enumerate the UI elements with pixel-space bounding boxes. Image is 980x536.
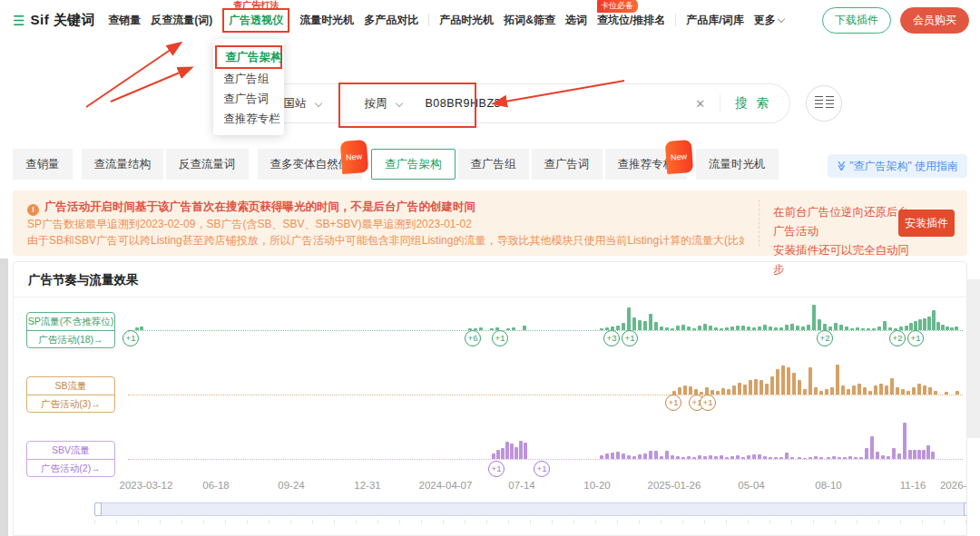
campaign-add-marker[interactable]: +1	[665, 395, 681, 411]
plugin-promo-line: 在前台广告位逆向还原后台广告活动	[773, 203, 918, 241]
nav-item[interactable]: 多产品对比	[364, 13, 418, 28]
campaign-add-marker[interactable]: +1	[488, 461, 505, 477]
traffic-bar	[681, 325, 685, 330]
traffic-bar	[747, 455, 750, 459]
traffic-bar	[501, 448, 505, 459]
traffic-bar	[611, 453, 614, 459]
search-button[interactable]: 搜 索	[735, 95, 771, 112]
traffic-bar	[687, 326, 691, 330]
dropdown-item[interactable]: 查广告组	[213, 69, 284, 89]
campaign-add-marker[interactable]: +6	[465, 330, 481, 346]
series-label-box: SB流量广告活动(3)→	[26, 376, 115, 413]
nav-item[interactable]: 拓词&筛查	[504, 13, 555, 28]
campaign-count-link[interactable]: 广告活动(3)→	[27, 395, 114, 412]
traffic-bar	[843, 457, 847, 459]
time-range-slider[interactable]	[94, 502, 967, 516]
tab[interactable]: 查销量	[13, 149, 73, 180]
nav-item-label: 流量时光机	[299, 14, 354, 26]
tab[interactable]: 查广告架构	[371, 149, 456, 180]
traffic-bar	[732, 385, 736, 395]
slider-handle-right[interactable]	[964, 502, 967, 516]
nav-item[interactable]: 查坑位/推排名卡位必备	[597, 13, 665, 28]
tab[interactable]: 查广告词	[532, 149, 603, 180]
nav-item[interactable]: 广告透视仪查广告打法查广告架构查广告组查广告词查推荐专栏	[222, 8, 289, 33]
traffic-bar	[897, 453, 901, 459]
campaign-count-link[interactable]: 广告活动(18)→	[27, 330, 114, 347]
campaign-add-marker[interactable]: +1	[907, 330, 924, 346]
campaign-add-marker[interactable]: +2	[889, 330, 906, 346]
tab[interactable]: 查流量结构	[82, 149, 164, 180]
notice-banner: !广告活动开启时间基于该广告首次在搜索页获得曝光的时间，不是后台广告的创建时间 …	[13, 190, 967, 256]
series-name: SB流量	[27, 377, 114, 395]
traffic-bar	[692, 328, 696, 330]
slider-ticks	[94, 520, 967, 524]
traffic-bar	[850, 328, 854, 330]
traffic-bar	[774, 457, 778, 459]
traffic-bar	[643, 321, 647, 330]
campaign-add-marker[interactable]: +2	[817, 330, 833, 346]
traffic-bar	[909, 323, 913, 330]
traffic-bar	[770, 376, 774, 395]
download-plugin-button[interactable]: 下载插件	[822, 7, 891, 34]
nav-item[interactable]: 产品时光机	[439, 13, 494, 28]
chevron-down-icon	[314, 100, 321, 107]
tab-label: 流量时光机	[709, 158, 766, 171]
traffic-bar	[874, 385, 877, 395]
campaign-add-marker[interactable]: +1	[622, 330, 638, 346]
dropdown-item[interactable]: 查推荐专栏	[213, 109, 284, 129]
nav-item[interactable]: 选词	[565, 13, 587, 28]
asin-search-input[interactable]: B08BR9HBZ3	[426, 97, 696, 110]
traffic-bar	[703, 456, 707, 459]
traffic-bar	[671, 328, 674, 330]
annotation-arrow	[86, 44, 180, 107]
traffic-bar	[763, 456, 767, 459]
traffic-bar	[779, 457, 783, 459]
qr-code-icon[interactable]	[806, 85, 842, 122]
usage-guide-link[interactable]: ≫"查广告架构" 使用指南	[828, 154, 967, 178]
nav-item[interactable]: 更多	[754, 13, 784, 28]
slider-handle-left[interactable]	[94, 502, 102, 516]
series-name: SP流量(不含推荐位)	[27, 313, 114, 330]
vertical-scrollbar[interactable]	[967, 279, 980, 438]
traffic-bar	[828, 326, 832, 330]
axis-tick-label: 06-18	[178, 480, 254, 491]
tab[interactable]: 查多变体自然位New	[258, 149, 363, 180]
tab[interactable]: 流量时光机	[696, 149, 779, 180]
campaign-add-marker[interactable]: +1	[492, 330, 508, 346]
campaign-add-marker[interactable]: +1	[700, 395, 716, 411]
nav-item[interactable]: 查销量	[108, 13, 141, 28]
traffic-bar	[676, 456, 680, 459]
nav-item-label: 多产品对比	[364, 14, 418, 26]
dropdown-item[interactable]: 查广告词	[213, 89, 284, 109]
traffic-bar	[914, 321, 917, 330]
dropdown-item[interactable]: 查广告架构	[215, 45, 282, 69]
nav-item[interactable]: 反查流量(词)	[151, 13, 212, 28]
nav-item[interactable]: 流量时光机	[299, 13, 354, 28]
traffic-bar	[906, 391, 910, 395]
traffic-bar	[752, 454, 756, 459]
traffic-bar	[681, 457, 685, 459]
traffic-bar	[917, 384, 921, 395]
annotation-label: 查广告打法	[233, 0, 279, 12]
install-plugin-button[interactable]: 安装插件	[898, 210, 955, 237]
traffic-bar	[785, 453, 789, 459]
campaign-add-marker[interactable]: +1	[122, 330, 139, 346]
campaign-count-link[interactable]: 广告活动(2)→	[27, 459, 114, 476]
period-select[interactable]: 按周	[365, 96, 387, 112]
traffic-bar	[665, 327, 669, 330]
traffic-bar	[622, 453, 625, 459]
vip-purchase-button[interactable]: 会员购买	[900, 7, 969, 34]
traffic-bar	[814, 456, 818, 459]
campaign-add-marker[interactable]: +3	[603, 330, 620, 346]
traffic-bar	[769, 326, 772, 330]
traffic-bar	[868, 391, 872, 395]
tab[interactable]: 反查流量词	[166, 149, 249, 180]
clear-input-icon[interactable]: ✕	[695, 97, 705, 111]
tab[interactable]: 查广告组	[458, 149, 529, 180]
traffic-bar	[496, 450, 500, 459]
tab-label: 查流量结构	[94, 158, 152, 171]
campaign-add-marker[interactable]: +1	[534, 461, 550, 477]
nav-item[interactable]: 产品库/词库	[686, 13, 743, 28]
traffic-bar	[683, 385, 687, 395]
tab[interactable]: 查推荐专栏New	[605, 149, 688, 180]
